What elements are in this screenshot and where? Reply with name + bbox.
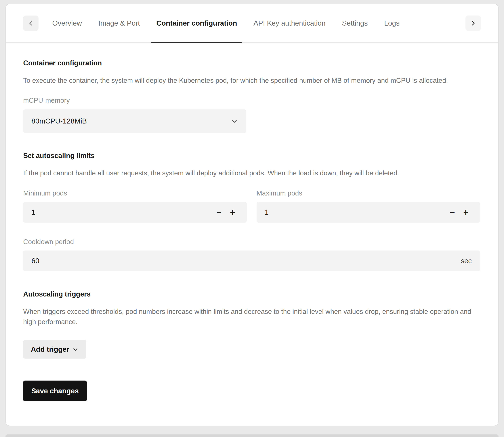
- section-title-container-configuration: Container configuration: [23, 59, 480, 67]
- mcpu-memory-select[interactable]: 80mCPU-128MiB: [23, 109, 246, 133]
- save-changes-label: Save changes: [31, 387, 79, 395]
- maximum-pods-increment-button[interactable]: +: [459, 202, 473, 223]
- maximum-pods-field-group: Maximum pods − +: [257, 189, 480, 223]
- tab-logs[interactable]: Logs: [379, 4, 405, 42]
- minimum-pods-increment-button[interactable]: +: [226, 202, 239, 223]
- cooldown-period-field: sec: [23, 250, 480, 271]
- autoscaling-limits-description: If the pod cannot handle all user reques…: [23, 168, 473, 178]
- section-title-autoscaling-triggers: Autoscaling triggers: [23, 290, 480, 298]
- cooldown-period-label: Cooldown period: [23, 238, 480, 246]
- chevron-down-icon: [72, 346, 79, 353]
- tab-overview[interactable]: Overview: [47, 4, 87, 42]
- maximum-pods-input[interactable]: [265, 208, 446, 216]
- minus-icon: −: [450, 207, 455, 218]
- container-configuration-panel: Container configuration To execute the c…: [6, 43, 498, 401]
- pods-limits-row: Minimum pods − + Maximum pods − +: [23, 189, 480, 223]
- plus-icon: +: [230, 207, 235, 218]
- plus-icon: +: [463, 207, 468, 218]
- minimum-pods-label: Minimum pods: [23, 189, 247, 197]
- cooldown-unit-label: sec: [457, 257, 472, 265]
- tab-settings[interactable]: Settings: [337, 4, 373, 42]
- mcpu-memory-selected-value: 80mCPU-128MiB: [31, 117, 231, 125]
- tabs-scroll-right-button[interactable]: [465, 16, 481, 31]
- minimum-pods-stepper: − +: [23, 202, 247, 223]
- minus-icon: −: [216, 207, 222, 218]
- cooldown-period-input[interactable]: [31, 257, 457, 265]
- chevron-right-icon: [470, 20, 477, 27]
- chevron-down-icon: [231, 118, 238, 125]
- tabs-scroll-left-button[interactable]: [23, 16, 39, 31]
- save-changes-button[interactable]: Save changes: [23, 381, 87, 401]
- tab-api-key-authentication[interactable]: API Key authentication: [248, 4, 331, 42]
- tab-bar: Overview Image & Port Container configur…: [6, 4, 498, 43]
- tab-list: Overview Image & Port Container configur…: [44, 4, 408, 42]
- autoscaling-triggers-description: When triggers exceed thresholds, pod num…: [23, 307, 473, 327]
- section-title-autoscaling-limits: Set autoscaling limits: [23, 152, 480, 160]
- minimum-pods-decrement-button[interactable]: −: [212, 202, 226, 223]
- minimum-pods-field-group: Minimum pods − +: [23, 189, 247, 223]
- below-fold-element: [5, 435, 499, 437]
- chevron-left-icon: [27, 20, 34, 27]
- maximum-pods-stepper: − +: [257, 202, 480, 223]
- add-trigger-button[interactable]: Add trigger: [23, 340, 86, 359]
- add-trigger-label: Add trigger: [31, 345, 69, 353]
- tab-container-configuration[interactable]: Container configuration: [151, 4, 242, 42]
- tab-image-and-port[interactable]: Image & Port: [93, 4, 145, 42]
- mcpu-memory-label: mCPU-memory: [23, 97, 480, 104]
- minimum-pods-input[interactable]: [31, 208, 212, 216]
- maximum-pods-label: Maximum pods: [257, 189, 480, 197]
- settings-card: Overview Image & Port Container configur…: [5, 4, 499, 426]
- container-configuration-description: To execute the container, the system wil…: [23, 75, 473, 86]
- maximum-pods-decrement-button[interactable]: −: [446, 202, 459, 223]
